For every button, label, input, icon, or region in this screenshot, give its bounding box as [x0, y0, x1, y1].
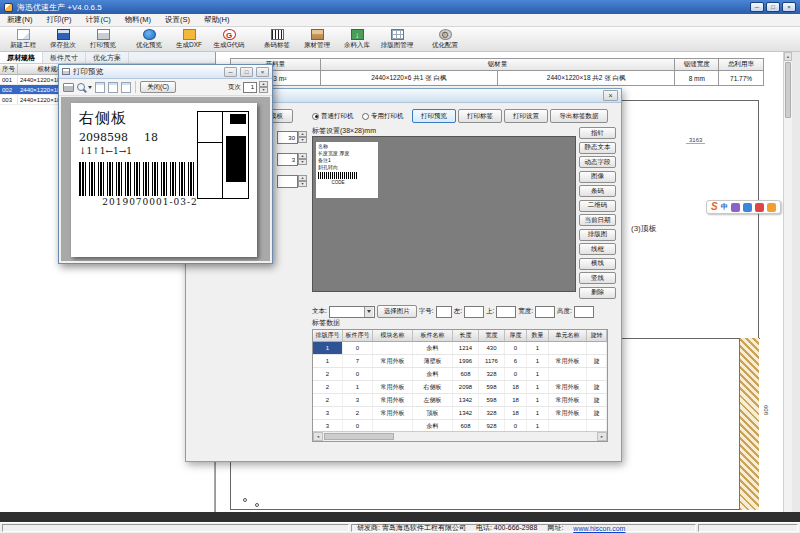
table-cell[interactable]: 1: [527, 368, 549, 380]
dialog-action-button[interactable]: 导出标签数据: [550, 109, 608, 123]
printer-radio-option[interactable]: 专用打印机: [362, 112, 410, 121]
toolbar-button[interactable]: 生成DXF: [169, 28, 209, 51]
spin-down-icon[interactable]: ▼: [298, 137, 307, 143]
label-template-preview[interactable]: 名称 长度宽度 厚度 备注1 斜孔转向 CODE: [316, 142, 378, 198]
column-header[interactable]: 数量: [527, 330, 549, 341]
spin-input[interactable]: 30 ▲▼: [277, 131, 307, 144]
table-cell[interactable]: 328: [479, 368, 505, 380]
spinner-arrows[interactable]: ▲▼: [259, 81, 268, 93]
column-header[interactable]: 排版序号: [313, 330, 343, 341]
dialog-action-button[interactable]: 打印预览: [412, 109, 456, 123]
design-tool-button[interactable]: 图像: [579, 171, 616, 183]
dialog-action-button[interactable]: 打印设置: [504, 109, 548, 123]
spin-value[interactable]: 30: [277, 131, 298, 144]
design-tool-button[interactable]: 删除: [579, 287, 616, 299]
table-cell[interactable]: 常用外板: [373, 407, 413, 419]
ime-logo-icon[interactable]: S: [711, 201, 718, 213]
toolbar-button[interactable]: 余料入库: [337, 28, 377, 51]
table-cell[interactable]: 1: [527, 355, 549, 367]
label-barcode-placeholder[interactable]: [318, 172, 358, 179]
label-field[interactable]: 斜孔转向: [318, 164, 376, 171]
chevron-down-icon[interactable]: [364, 307, 373, 317]
toolbox-icon[interactable]: [767, 203, 776, 212]
menu-item[interactable]: 打印(P): [39, 14, 78, 27]
spinner-arrows[interactable]: ▲▼: [298, 153, 307, 166]
maximize-button-icon[interactable]: □: [766, 2, 780, 12]
chinese-mode-icon[interactable]: 中: [721, 202, 728, 212]
website-link[interactable]: www.hiscon.com: [573, 525, 625, 532]
table-cell[interactable]: 1: [527, 381, 549, 393]
table-cell[interactable]: [587, 342, 607, 354]
print-icon[interactable]: [63, 83, 74, 92]
table-cell[interactable]: 1214: [453, 342, 479, 354]
spin-down-icon[interactable]: ▼: [298, 159, 307, 165]
table-cell[interactable]: 1: [313, 355, 343, 367]
table-cell[interactable]: 3: [313, 407, 343, 419]
radio-icon[interactable]: [312, 113, 319, 120]
table-row[interactable]: 32常用外板顶板1342328181常用外板旋: [313, 407, 607, 420]
table-cell[interactable]: 1176: [479, 355, 505, 367]
table-cell[interactable]: 2: [313, 368, 343, 380]
table-cell[interactable]: 1342: [453, 407, 479, 419]
page-layout-icon[interactable]: [108, 82, 118, 93]
close-icon[interactable]: ×: [603, 90, 618, 101]
table-cell[interactable]: 598: [479, 381, 505, 393]
design-tool-button[interactable]: 动态字段: [579, 156, 616, 168]
column-header[interactable]: 板件序号: [343, 330, 373, 341]
spinner-arrows[interactable]: ▲▼: [298, 175, 307, 188]
label-field[interactable]: 长度宽度 厚度: [318, 150, 376, 157]
table-cell[interactable]: 1342: [453, 394, 479, 406]
table-cell[interactable]: 常用外板: [373, 355, 413, 367]
column-header[interactable]: 旋转: [587, 330, 607, 341]
table-cell[interactable]: 3: [343, 394, 373, 406]
toolbar-button[interactable]: 保存批次: [43, 28, 83, 51]
close-button-icon[interactable]: ×: [782, 2, 796, 12]
favorite-icon[interactable]: [755, 203, 764, 212]
chevron-down-icon[interactable]: [88, 86, 92, 89]
toolbar-button[interactable]: 优化预览: [129, 28, 169, 51]
top-input[interactable]: [496, 306, 516, 318]
table-row[interactable]: 10余料121443001: [313, 342, 607, 355]
table-cell[interactable]: 常用外板: [549, 381, 587, 393]
table-cell[interactable]: [373, 342, 413, 354]
table-row[interactable]: 21常用外板右侧板2098598181常用外板旋: [313, 381, 607, 394]
printer-radio-option[interactable]: 普通打印机: [312, 112, 360, 121]
width-input[interactable]: [535, 306, 555, 318]
column-header[interactable]: 单元名称: [549, 330, 587, 341]
table-row[interactable]: 23常用外板左侧板1342598181常用外板旋: [313, 394, 607, 407]
page-layout-icon[interactable]: [121, 82, 131, 93]
scroll-right-icon[interactable]: ►: [597, 432, 607, 441]
minimize-icon[interactable]: ─: [224, 67, 237, 77]
menu-item[interactable]: 计算(C): [78, 14, 117, 27]
design-tool-button[interactable]: 指针: [579, 127, 616, 139]
design-tool-button[interactable]: 排版图: [579, 229, 616, 241]
spin-input[interactable]: 3 ▲▼: [277, 153, 307, 166]
table-cell[interactable]: 1: [343, 381, 373, 393]
table-cell[interactable]: 余料: [413, 368, 453, 380]
table-cell[interactable]: [549, 342, 587, 354]
scrollbar-thumb[interactable]: [324, 433, 394, 440]
label-field[interactable]: 名称: [318, 143, 376, 150]
toolbar-button[interactable]: 条码标签: [257, 28, 297, 51]
table-cell[interactable]: [549, 368, 587, 380]
table-cell[interactable]: 1996: [453, 355, 479, 367]
table-cell[interactable]: 6: [505, 355, 527, 367]
design-tool-button[interactable]: 当前日期: [579, 214, 616, 226]
table-cell[interactable]: 1: [527, 394, 549, 406]
scroll-up-icon[interactable]: ▲: [784, 52, 792, 61]
select-image-button[interactable]: 选择图片: [377, 305, 417, 318]
column-header[interactable]: 板件名称: [413, 330, 453, 341]
text-field-combobox[interactable]: [329, 306, 375, 318]
table-cell[interactable]: [587, 368, 607, 380]
close-preview-button[interactable]: 关闭(C): [140, 81, 176, 93]
spin-down-icon[interactable]: ▼: [298, 181, 307, 187]
menu-item[interactable]: 新建(N): [0, 14, 39, 27]
design-tool-button[interactable]: 二维码: [579, 200, 616, 212]
mic-icon[interactable]: [731, 203, 740, 212]
table-cell[interactable]: 18: [505, 381, 527, 393]
table-cell[interactable]: 2: [313, 381, 343, 393]
column-header[interactable]: 厚度: [505, 330, 527, 341]
column-header[interactable]: 序号: [0, 64, 18, 74]
table-cell[interactable]: 430: [479, 342, 505, 354]
table-cell[interactable]: 1: [313, 342, 343, 354]
